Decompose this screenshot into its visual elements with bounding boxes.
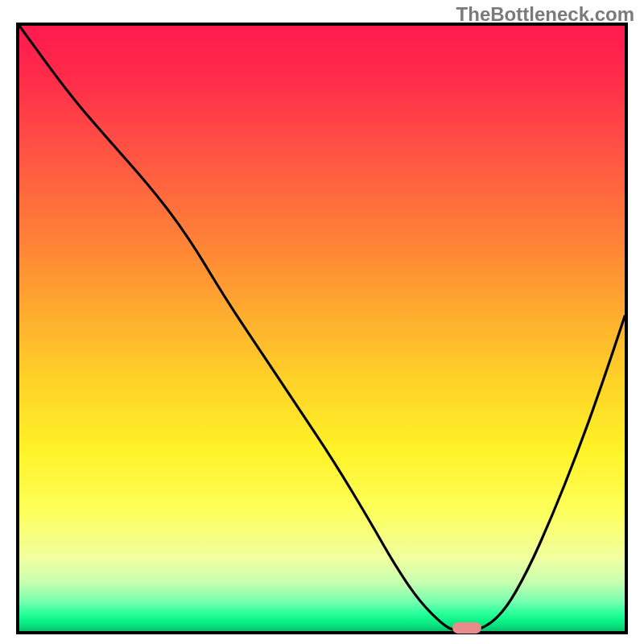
plot-area — [16, 23, 628, 634]
chart-container: TheBottleneck.com — [0, 0, 644, 644]
optimal-marker — [452, 622, 481, 634]
watermark-text: TheBottleneck.com — [456, 3, 634, 26]
curve-svg — [19, 26, 625, 631]
bottleneck-curve — [19, 26, 625, 631]
